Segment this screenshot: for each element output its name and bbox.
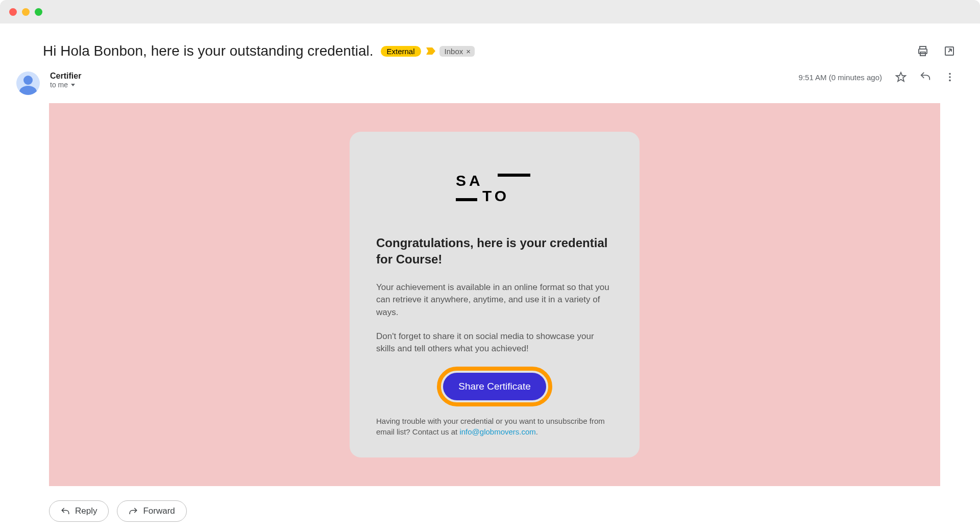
sender-name: Certifier bbox=[50, 71, 81, 81]
credential-card: SA TO Congratulations, here is your cred… bbox=[350, 132, 640, 457]
svg-marker-0 bbox=[426, 47, 435, 55]
svg-point-8 bbox=[949, 80, 951, 82]
card-paragraph-1: Your achievement is available in an onli… bbox=[376, 281, 613, 319]
more-icon[interactable] bbox=[944, 71, 955, 83]
inbox-label-text: Inbox bbox=[445, 47, 463, 56]
email-timestamp: 9:51 AM (0 minutes ago) bbox=[799, 73, 882, 82]
email-subject: Hi Hola Bonbon, here is your outstanding… bbox=[43, 43, 374, 59]
svg-marker-5 bbox=[896, 73, 905, 81]
issuer-logo: SA TO bbox=[376, 172, 613, 205]
sender-row: Certifier to me 9:51 AM (0 minutes ago) bbox=[9, 71, 971, 95]
forward-arrow-icon bbox=[129, 507, 138, 515]
svg-text:SA: SA bbox=[456, 172, 483, 189]
card-heading: Congratulations, here is your credential… bbox=[376, 235, 613, 268]
inbox-label-remove-icon[interactable]: × bbox=[466, 47, 471, 56]
svg-rect-12 bbox=[456, 198, 477, 201]
chevron-down-icon bbox=[71, 84, 75, 86]
sender-avatar[interactable] bbox=[16, 71, 40, 95]
print-icon[interactable] bbox=[917, 45, 929, 57]
svg-rect-10 bbox=[498, 174, 530, 177]
reply-button[interactable]: Reply bbox=[49, 500, 109, 522]
email-body: SA TO Congratulations, here is your cred… bbox=[49, 103, 940, 486]
reply-actions-row: Reply Forward bbox=[49, 500, 971, 522]
card-footer-post: . bbox=[536, 427, 538, 436]
star-icon[interactable] bbox=[895, 71, 906, 83]
card-paragraph-2: Don't forget to share it on social media… bbox=[376, 330, 613, 355]
label-arrow-icon bbox=[426, 47, 435, 55]
subject-row: Hi Hola Bonbon, here is your outstanding… bbox=[9, 43, 971, 59]
open-new-window-icon[interactable] bbox=[943, 45, 955, 57]
reply-button-label: Reply bbox=[75, 506, 97, 516]
forward-button-label: Forward bbox=[143, 506, 175, 516]
window-minimize-button[interactable] bbox=[22, 8, 30, 16]
window-titlebar bbox=[0, 0, 980, 23]
external-badge: External bbox=[381, 46, 421, 57]
svg-point-6 bbox=[949, 73, 951, 75]
svg-text:TO: TO bbox=[482, 187, 509, 203]
inbox-label[interactable]: Inbox × bbox=[439, 46, 475, 57]
recipient-label: to me bbox=[50, 81, 68, 89]
recipient-dropdown[interactable]: to me bbox=[50, 81, 81, 89]
share-certificate-button[interactable]: Share Certificate bbox=[443, 373, 546, 400]
cta-highlight-ring: Share Certificate bbox=[437, 367, 552, 406]
reply-arrow-icon bbox=[61, 507, 70, 515]
window-close-button[interactable] bbox=[9, 8, 17, 16]
svg-point-7 bbox=[949, 76, 951, 78]
reply-icon[interactable] bbox=[920, 71, 931, 83]
card-footer: Having trouble with your credential or y… bbox=[376, 416, 613, 437]
window-maximize-button[interactable] bbox=[35, 8, 42, 16]
forward-button[interactable]: Forward bbox=[117, 500, 186, 522]
contact-email-link[interactable]: info@globmovers.com bbox=[459, 427, 535, 436]
